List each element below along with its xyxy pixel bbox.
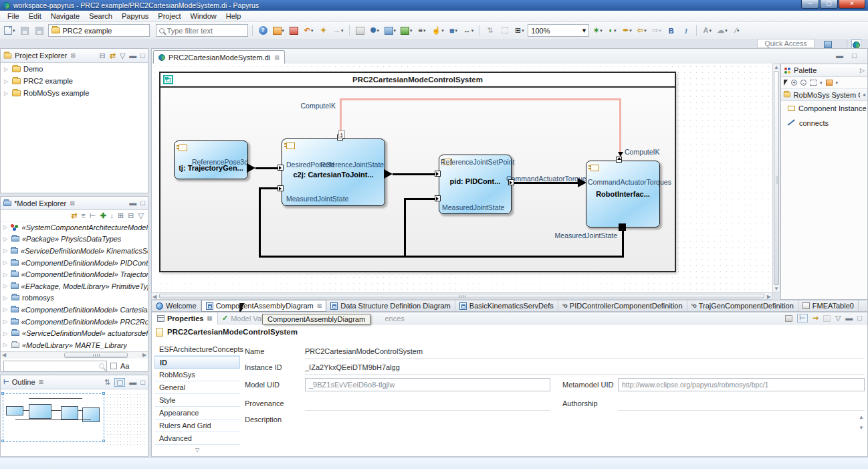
expand-arrow-icon[interactable]: ▷: [4, 90, 9, 96]
font-button[interactable]: A▾: [701, 24, 714, 37]
select-tool-button[interactable]: ☝▾: [431, 24, 445, 37]
view-maximize-icon[interactable]: □: [140, 379, 145, 386]
scroll-right-arrow[interactable]: ▶: [767, 294, 771, 300]
port-pid-reference[interactable]: [435, 171, 441, 177]
open-model-button[interactable]: ▾: [272, 24, 286, 37]
canvas-hscrollbar[interactable]: ◀ ▶: [151, 292, 772, 300]
model-uid-input[interactable]: [305, 378, 550, 391]
model-item[interactable]: ▷robmosys: [1, 292, 148, 304]
model-item[interactable]: ▷«ServiceDefinitionModel» actuatorsdef: [1, 327, 148, 339]
minimap-handle[interactable]: [1, 440, 4, 442]
tab-close-icon[interactable]: ⊠: [207, 315, 212, 322]
port-label-computeik-robot[interactable]: ComputeIK: [625, 148, 660, 156]
link-editor-icon[interactable]: ⇄: [71, 212, 77, 219]
close-button[interactable]: ×: [839, 0, 865, 9]
next-button[interactable]: ⇨▾: [650, 24, 663, 37]
new-view-icon[interactable]: [785, 315, 792, 322]
view-maximize-icon[interactable]: □: [857, 314, 862, 322]
quick-access-box[interactable]: Quick Access: [757, 39, 815, 48]
model-item[interactable]: ▷«ComponentDefinitionModel» PRC2Robot: [1, 316, 148, 328]
menu-help[interactable]: Help: [221, 11, 246, 21]
zoom-fit-button[interactable]: ⊞▾: [513, 24, 526, 37]
model-item[interactable]: ▷«ModelLibrary» MARTE_Library: [1, 339, 148, 351]
tab-componentassemblydiagram[interactable]: ComponentAssemblyDiagram ⊠: [201, 300, 327, 312]
expand-arrow-icon[interactable]: ▷: [3, 272, 8, 278]
canvas-vscrollbar[interactable]: ▲ ▼: [772, 64, 780, 292]
tab-basickinematicsservdefs[interactable]: BasicKinematicsServDefs: [455, 300, 558, 311]
expand-arrow-icon[interactable]: ▷: [3, 248, 8, 254]
fill-color-button[interactable]: ☁▾: [716, 24, 729, 37]
tab-references-fragment[interactable]: ences: [381, 314, 408, 322]
model-item[interactable]: ▷«ComponentDefinitionModel» TrajectoryG: [1, 268, 148, 280]
minimize-button[interactable]: –: [801, 0, 819, 9]
sort-icon[interactable]: ↓: [110, 212, 114, 219]
minimap-handle[interactable]: [102, 440, 105, 442]
restore-button[interactable]: ▢: [820, 0, 838, 9]
undo-button[interactable]: ↶▾: [302, 24, 315, 37]
outline-tree-icon[interactable]: ⇅: [104, 379, 110, 386]
model-explorer-title[interactable]: *Model Explorer: [14, 199, 66, 207]
expand-arrow-icon[interactable]: ▷: [3, 236, 9, 242]
validate-button[interactable]: [288, 24, 300, 37]
expand-arrow-icon[interactable]: ▷: [3, 283, 8, 289]
route-button[interactable]: ⧆▾: [447, 24, 460, 37]
menu-edit[interactable]: Edit: [24, 11, 46, 21]
connector-measuredjointstate[interactable]: [404, 198, 435, 200]
filter-input[interactable]: [167, 27, 234, 35]
port-label-referencejointstate[interactable]: ReferenceJointState: [320, 161, 383, 169]
note-tool-icon[interactable]: [826, 80, 833, 86]
zoom-in-icon[interactable]: +: [791, 80, 797, 86]
model-item[interactable]: ▷«ComponentDefinitionModel» CartesianTc: [1, 304, 148, 316]
view-maximize-icon[interactable]: □: [140, 199, 145, 207]
align-button[interactable]: ≡▾: [416, 24, 429, 37]
expand-arrow-icon[interactable]: ▷: [3, 342, 9, 348]
group-collapse-icon[interactable]: ◂: [863, 92, 865, 98]
expand-arrow-icon[interactable]: ▷: [3, 260, 8, 266]
editor-maximize-icon[interactable]: □: [852, 52, 857, 60]
outline-minimap[interactable]: [2, 393, 146, 445]
scroll-right-arrow[interactable]: ▶: [141, 352, 148, 358]
connector-measuredjointstate[interactable]: [259, 256, 624, 258]
help-button[interactable]: ?: [257, 24, 269, 37]
note-dropdown-icon[interactable]: ▾: [836, 80, 839, 86]
select-tool-icon[interactable]: [784, 80, 788, 86]
project-explorer-title[interactable]: Project Explorer: [15, 52, 67, 60]
port-label-measuredjointstate-pid[interactable]: MeasuredJointState: [442, 203, 504, 211]
connector-referencejointstate[interactable]: [393, 173, 436, 175]
palette-group-robmosys[interactable]: RobMoSys System C... ◂: [781, 89, 867, 101]
model-explorer-hscrollbar[interactable]: ◀ ▶: [1, 351, 148, 359]
tree-mode-icon[interactable]: ⊢: [90, 212, 96, 219]
tab-properties[interactable]: Properties ⊠: [152, 312, 218, 324]
distribute-button[interactable]: ↔▾: [462, 24, 475, 37]
view-minimize-icon[interactable]: ▬: [129, 52, 136, 60]
zoom-combo[interactable]: 100%▾: [528, 24, 589, 37]
editor-tab[interactable]: PRC2CartesianModeSystem.di ⊠: [153, 50, 285, 64]
open-perspective-button[interactable]: [824, 39, 832, 48]
connector-referencepose[interactable]: [255, 167, 279, 169]
expand-arrow-icon[interactable]: ▷: [3, 306, 8, 312]
model-filter-input[interactable]: [3, 361, 107, 372]
run-button[interactable]: ◐▾: [606, 24, 619, 37]
view-menu-icon[interactable]: ▽: [835, 314, 841, 322]
minimap-handle[interactable]: [1, 392, 4, 395]
tree-item-demo[interactable]: ▷ Demo: [1, 63, 148, 75]
scrollbar-thumb[interactable]: [159, 294, 764, 298]
port-pid-measuredjoint[interactable]: [435, 195, 441, 201]
description-scroll-up-icon[interactable]: ▲: [859, 414, 864, 420]
section-id[interactable]: ID: [154, 356, 240, 369]
diagram-canvas[interactable]: PRC2CartesianModeControlSystem Reference…: [151, 64, 772, 292]
field-value-name[interactable]: PRC2CartesianModeControlSystem: [305, 347, 423, 355]
connector-computeik[interactable]: [619, 98, 621, 156]
connector-computeik[interactable]: [340, 98, 621, 100]
tab-trajgencomponentdefinition[interactable]: °o TrajGenComponentDefinition: [687, 300, 798, 311]
collapse-all-icon[interactable]: ⊟: [128, 212, 134, 219]
port-tj-out[interactable]: [247, 163, 255, 173]
copy-diagram-button[interactable]: [354, 24, 366, 37]
palette-item-connects[interactable]: connects: [781, 116, 867, 130]
view-menu-icon[interactable]: ▽: [138, 212, 144, 219]
sync-arrow-icon[interactable]: ⇝: [812, 314, 819, 322]
section-style[interactable]: Style: [154, 394, 240, 407]
menu-papyrus[interactable]: Papyrus: [117, 11, 153, 21]
minimap-handle[interactable]: [102, 392, 105, 395]
expand-arrow-icon[interactable]: ▷: [3, 331, 9, 337]
